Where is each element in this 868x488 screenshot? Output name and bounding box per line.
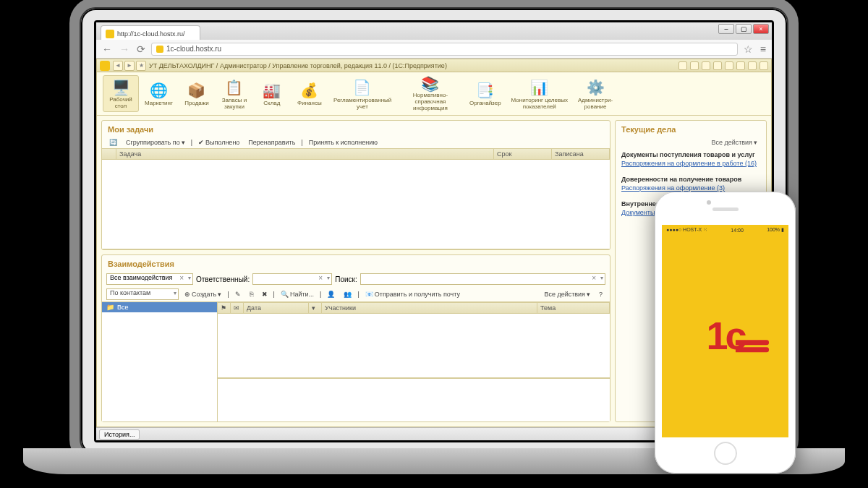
- nav-fwd-button[interactable]: ►: [124, 61, 135, 71]
- section-0[interactable]: 🖥️Рабочийстол: [103, 75, 139, 112]
- side-all-actions-button[interactable]: Все действия ▾: [708, 138, 760, 147]
- section-8[interactable]: 📑Органайзер: [465, 75, 506, 112]
- browser-tabbar: http://1c-cloud.hostx.ru/ – ▢ ×: [96, 22, 772, 40]
- side-group-link[interactable]: Распоряжения на оформление в работе (16): [621, 160, 760, 167]
- section-9[interactable]: 📊Мониторинг целевыхпоказателей: [507, 75, 572, 112]
- col-flag-icon[interactable]: ⚑: [218, 303, 231, 313]
- section-label: Рабочийстол: [109, 97, 132, 110]
- filter-type-combo[interactable]: Все взаимодействия: [106, 273, 193, 285]
- reload-button[interactable]: ⟳: [135, 43, 147, 55]
- app-title-text: УТ ДЕЛЬТАХОЛДИНГ / Администратор / Управ…: [149, 62, 447, 69]
- section-6[interactable]: 📄Регламентированныйучет: [329, 75, 396, 112]
- phone-time: 14:00: [731, 228, 744, 233]
- interactions-title: Взаимодействия: [102, 255, 610, 271]
- section-10[interactable]: ⚙️Администри-рование: [574, 75, 617, 112]
- tree-item-all[interactable]: 📁 Все: [102, 302, 217, 312]
- section-icon: 💰: [299, 80, 320, 100]
- app-maximize-button[interactable]: [748, 61, 757, 70]
- section-4[interactable]: 🏭Склад: [254, 75, 290, 112]
- side-group-title: Доверенности на получение товаров: [621, 176, 760, 183]
- col-due[interactable]: Срок: [494, 149, 552, 159]
- interactions-preview: [218, 378, 610, 421]
- col-attach-icon[interactable]: ✉: [231, 303, 244, 313]
- interactions-tree[interactable]: 📁 Все: [102, 302, 218, 421]
- col-participants[interactable]: Участники: [322, 303, 537, 313]
- section-label: Финансы: [297, 100, 322, 107]
- phone-home-button[interactable]: [714, 442, 737, 465]
- section-label: Нормативно-справочнаяинформация: [401, 93, 459, 111]
- bycontacts-combo[interactable]: По контактам: [106, 288, 179, 300]
- col-task[interactable]: Задача: [116, 149, 494, 159]
- app-nav-buttons: ◄ ► ★: [113, 61, 146, 71]
- phone-frame: ●●●●○ HOST-X ⁙ 14:00 100% ▮ 1c: [655, 192, 796, 474]
- side-title: Текущие дела: [616, 121, 766, 137]
- group-by-button[interactable]: Сгруппировать по ▾: [123, 138, 188, 147]
- close-button[interactable]: ×: [753, 24, 769, 34]
- section-icon: 📑: [475, 80, 495, 100]
- minimize-button[interactable]: –: [718, 24, 734, 34]
- redirect-button[interactable]: Перенаправить: [245, 138, 298, 147]
- tool-icon[interactable]: [725, 61, 733, 70]
- copy-icon[interactable]: ⎘: [247, 290, 256, 299]
- address-bar[interactable]: 1c-cloud.hostx.ru: [151, 43, 738, 56]
- section-label: Органайзер: [469, 100, 501, 107]
- phone-screen: ●●●●○ HOST-X ⁙ 14:00 100% ▮ 1c: [662, 225, 788, 437]
- app-minimize-button[interactable]: [736, 61, 745, 70]
- side-group-link[interactable]: Распоряжения на оформление (3): [621, 184, 760, 192]
- col-written[interactable]: Записана: [552, 149, 610, 159]
- tool-icon[interactable]: [702, 61, 710, 70]
- create-button[interactable]: ⊕ Создать ▾: [182, 290, 224, 299]
- forward-button[interactable]: →: [118, 43, 131, 55]
- col-marker[interactable]: [102, 149, 116, 159]
- section-3[interactable]: 📋Запасы изакупки: [216, 75, 252, 112]
- user-icon[interactable]: 👤: [324, 290, 338, 299]
- phone-statusbar: ●●●●○ HOST-X ⁙ 14:00 100% ▮: [662, 225, 788, 235]
- interactions-toolbar: По контактам ⊕ Создать ▾ | ✎ ⎘ ✖ | 🔍 Най…: [102, 287, 610, 301]
- section-icon: 📋: [224, 77, 244, 98]
- responsible-combo[interactable]: [252, 273, 332, 285]
- section-icon: 📄: [352, 77, 373, 98]
- sendmail-button[interactable]: 📧 Отправить и получить почту: [362, 290, 463, 299]
- tasks-title: Мои задачи: [102, 121, 610, 137]
- tool-icon[interactable]: [690, 61, 699, 70]
- users-icon[interactable]: 👥: [341, 290, 354, 299]
- site-icon: [156, 46, 163, 53]
- interactions-panel: Взаимодействия Все взаимодействия Ответс…: [101, 254, 610, 422]
- search-combo[interactable]: [360, 273, 605, 285]
- phone-speaker: [712, 207, 739, 211]
- edit-icon[interactable]: ✎: [232, 290, 244, 299]
- col-subject[interactable]: Тема: [537, 303, 610, 313]
- bookmark-icon[interactable]: ☆: [742, 43, 754, 55]
- col-date[interactable]: Дата: [244, 303, 309, 313]
- section-1[interactable]: 🌐Маркетинг: [140, 75, 177, 112]
- menu-icon[interactable]: ≡: [759, 43, 767, 55]
- tool-icon[interactable]: [713, 61, 722, 70]
- app-close-button[interactable]: [760, 61, 768, 70]
- history-button[interactable]: История...: [99, 429, 140, 440]
- section-icon: 📊: [529, 77, 550, 98]
- interactions-body: 📁 Все ⚑ ✉ Дата ▾ Участники: [102, 301, 610, 421]
- accept-button[interactable]: Принять к исполнению: [306, 138, 380, 147]
- browser-urlbar: ← → ⟳ 1c-cloud.hostx.ru ☆ ≡: [96, 40, 772, 59]
- nav-back-button[interactable]: ◄: [113, 61, 123, 71]
- favicon-1c-icon: [106, 30, 114, 38]
- side-group-title: Документы поступления товаров и услуг: [621, 151, 760, 158]
- delete-icon[interactable]: ✖: [259, 290, 271, 299]
- interactions-table-body[interactable]: [218, 314, 610, 378]
- section-2[interactable]: 📦Продажи: [179, 75, 215, 112]
- refresh-button[interactable]: 🔄: [106, 138, 120, 147]
- maximize-button[interactable]: ▢: [736, 24, 752, 34]
- all-actions-button[interactable]: Все действия ▾: [541, 290, 593, 299]
- nav-star-button[interactable]: ★: [136, 61, 146, 71]
- tool-icon[interactable]: [678, 61, 687, 70]
- browser-tab[interactable]: http://1c-cloud.hostx.ru/: [101, 25, 200, 40]
- tasks-table-body[interactable]: [102, 160, 610, 249]
- section-7[interactable]: 📚Нормативно-справочнаяинформация: [397, 75, 464, 112]
- section-5[interactable]: 💰Финансы: [292, 75, 328, 112]
- find-button[interactable]: 🔍 Найти...: [278, 290, 317, 299]
- done-button[interactable]: ✔ Выполнено: [195, 138, 242, 147]
- help-icon[interactable]: ?: [596, 290, 605, 299]
- col-sort-icon[interactable]: ▾: [309, 303, 322, 313]
- back-button[interactable]: ←: [101, 43, 114, 55]
- section-bar: 🖥️Рабочийстол🌐Маркетинг📦Продажи📋Запасы и…: [97, 72, 771, 116]
